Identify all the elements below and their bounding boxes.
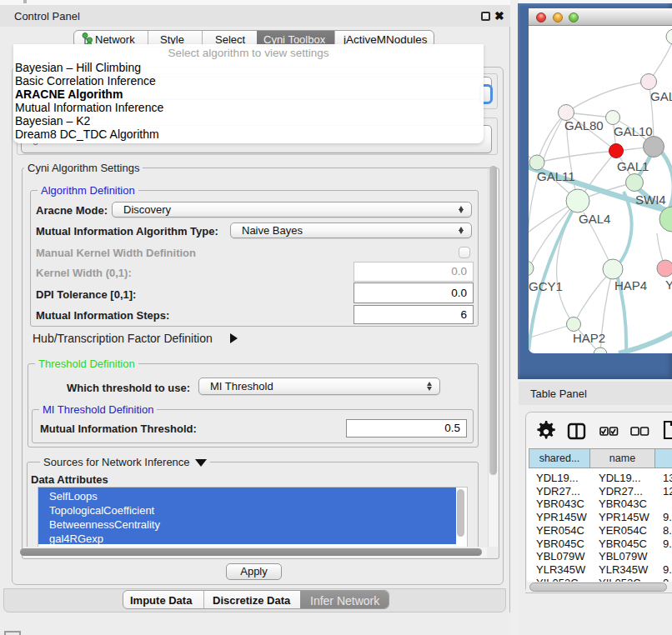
svg-text:GAL7: GAL7 <box>650 89 672 103</box>
svg-text:GAL1: GAL1 <box>617 159 649 173</box>
svg-text:GCY1: GCY1 <box>529 279 563 293</box>
svg-text:HAP2: HAP2 <box>573 331 605 345</box>
svg-text:GAL4: GAL4 <box>579 212 610 226</box>
svg-text:Y: Y <box>665 278 672 292</box>
svg-text:GAL11: GAL11 <box>537 169 575 183</box>
svg-text:GAL10: GAL10 <box>614 124 653 138</box>
svg-text:GAL80: GAL80 <box>564 118 604 132</box>
svg-text:HAP4: HAP4 <box>614 278 647 292</box>
svg-text:SWI4: SWI4 <box>635 192 666 207</box>
